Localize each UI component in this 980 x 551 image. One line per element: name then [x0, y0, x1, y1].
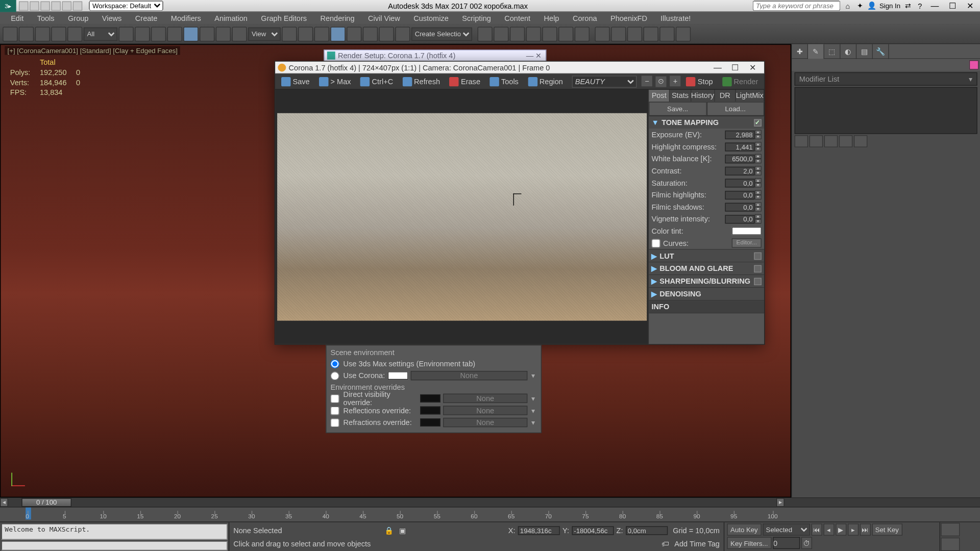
env-override-map-button[interactable]: None	[443, 394, 527, 403]
env-override-swatch[interactable]	[420, 407, 440, 415]
spinner-down-icon[interactable]: ▾	[755, 171, 762, 176]
spinner-down-icon[interactable]: ▾	[755, 219, 762, 223]
spinner-up-icon[interactable]: ▴	[755, 142, 762, 146]
qat-open-icon[interactable]	[30, 1, 39, 10]
tone-param-input[interactable]	[725, 166, 755, 175]
menu-grapheditors[interactable]: Graph Editors	[254, 13, 313, 23]
vfb-tab-stats[interactable]: Stats	[670, 90, 691, 102]
z-input[interactable]	[626, 526, 668, 535]
menu-civilview[interactable]: Civil View	[361, 13, 407, 23]
motion-tab-icon[interactable]: ◐	[840, 44, 856, 59]
use-corona-radio[interactable]	[330, 371, 339, 380]
tone-mapping-header[interactable]: ▼TONE MAPPING✓	[649, 116, 764, 129]
env-override-map-button[interactable]: None	[443, 406, 527, 415]
spinner-up-icon[interactable]: ▴	[755, 190, 762, 195]
zoom-reset-icon[interactable]: ⊙	[656, 76, 667, 87]
menu-tools[interactable]: Tools	[30, 13, 61, 23]
slider-left-cap[interactable]: ◂	[0, 498, 8, 507]
material-editor-icon[interactable]	[575, 27, 590, 41]
vfb-save-button[interactable]: Save	[277, 74, 314, 88]
spinner-snap-icon[interactable]	[379, 27, 394, 41]
spinner-up-icon[interactable]: ▴	[755, 202, 762, 207]
object-color-swatch[interactable]	[969, 60, 978, 69]
align-icon[interactable]	[494, 27, 508, 41]
vfb-tools-button[interactable]: Tools	[485, 74, 523, 88]
vfb-erase-button[interactable]: Erase	[445, 74, 485, 88]
zoom-out-icon[interactable]: −	[642, 76, 652, 87]
dropdown-icon[interactable]: ▾	[530, 406, 537, 415]
next-frame-icon[interactable]: ▸	[847, 523, 858, 536]
menu-phoenixfd[interactable]: PhoenixFD	[604, 13, 654, 23]
render-setup-close-icon[interactable]: ✕	[533, 51, 543, 60]
tone-param-input[interactable]	[725, 190, 755, 199]
dropdown-icon[interactable]: ▾	[530, 371, 537, 380]
viewport-label[interactable]: [+] [CoronaCamera001] [Standard] [Clay +…	[5, 46, 180, 55]
curve-editor-icon[interactable]	[542, 27, 557, 41]
signin-label[interactable]: Sign In	[879, 2, 900, 9]
tone-enable-checkbox[interactable]: ✓	[754, 119, 762, 126]
x-input[interactable]	[518, 526, 560, 535]
menu-customize[interactable]: Customize	[407, 13, 455, 23]
help-search-input[interactable]	[752, 1, 840, 11]
curves-editor-button[interactable]: Editor...	[732, 238, 762, 247]
vfb-stop-button[interactable]: Stop	[681, 74, 718, 88]
modifier-stack[interactable]	[795, 87, 977, 134]
vfb-tab-lightmix[interactable]: LightMix	[736, 90, 764, 102]
named-selection-sets[interactable]: Create Selection Se	[411, 27, 472, 40]
rotate-icon[interactable]	[200, 27, 214, 41]
render-iterative-icon[interactable]	[644, 27, 658, 41]
vfb-channel-select[interactable]: BEAUTY	[572, 76, 637, 88]
selection-filter[interactable]: All	[84, 27, 117, 40]
env-override-swatch[interactable]	[420, 418, 440, 427]
dropdown-icon[interactable]: ▾	[530, 394, 537, 403]
slider-right-cap[interactable]: ▸	[776, 498, 785, 507]
lut-enable-checkbox[interactable]	[754, 252, 762, 259]
menu-edit[interactable]: Edit	[4, 13, 30, 23]
isolate-icon[interactable]: ▣	[399, 526, 406, 535]
spinner-up-icon[interactable]: ▴	[755, 214, 762, 219]
vfb-render-view[interactable]	[275, 90, 648, 344]
current-frame-input[interactable]	[773, 537, 800, 549]
display-tab-icon[interactable]: ▤	[856, 44, 873, 59]
star-icon[interactable]: ✦	[855, 1, 864, 10]
hierarchy-tab-icon[interactable]: ⬚	[824, 44, 841, 59]
menu-content[interactable]: Content	[498, 13, 537, 23]
zoom-in-icon[interactable]: +	[670, 76, 681, 87]
lock-icon[interactable]: 🔒	[384, 526, 394, 535]
spinner-up-icon[interactable]: ▴	[755, 154, 762, 159]
vfb-close-button[interactable]: ✕	[744, 63, 762, 72]
close-button[interactable]: ✕	[963, 1, 977, 10]
rect-select-icon[interactable]	[151, 27, 166, 41]
select-name-icon[interactable]	[135, 27, 150, 41]
lut-header[interactable]: ▶LUT	[649, 249, 764, 262]
vfb-region-button[interactable]: Region	[523, 74, 568, 88]
a360-icon[interactable]	[659, 27, 674, 41]
show-end-result-icon[interactable]	[810, 135, 823, 147]
spinner-down-icon[interactable]: ▾	[755, 159, 762, 163]
workspace-switcher[interactable]: Workspace: Default	[89, 1, 163, 11]
render-setup-min-icon[interactable]: —	[526, 52, 534, 60]
tone-param-input[interactable]	[725, 154, 755, 163]
percent-snap-icon[interactable]	[363, 27, 378, 41]
manipulate-icon[interactable]	[298, 27, 313, 41]
menu-modifiers[interactable]: Modifiers	[164, 13, 208, 23]
time-tag-icon[interactable]: 🏷	[662, 540, 669, 548]
spinner-up-icon[interactable]: ▴	[755, 166, 762, 170]
bloom-enable-checkbox[interactable]	[754, 265, 762, 272]
vfb-to-max-button[interactable]: > Max	[314, 74, 356, 88]
angle-snap-icon[interactable]	[347, 27, 361, 41]
spinner-down-icon[interactable]: ▾	[755, 183, 762, 187]
infocenter-icon[interactable]: ⌂	[843, 1, 852, 10]
link-icon[interactable]	[35, 27, 50, 41]
dropdown-icon[interactable]: ▾	[530, 418, 537, 427]
qat-new-icon[interactable]	[19, 1, 28, 10]
pin-stack-icon[interactable]	[795, 135, 808, 147]
env-override-checkbox[interactable]	[330, 406, 339, 415]
create-tab-icon[interactable]: ✚	[792, 44, 808, 59]
ribbon-icon[interactable]	[526, 27, 541, 41]
sharpen-enable-checkbox[interactable]	[754, 278, 762, 285]
time-config-icon[interactable]: ⏱	[801, 537, 812, 549]
tone-param-input[interactable]	[725, 179, 755, 187]
redo-icon[interactable]	[19, 27, 34, 41]
tone-param-input[interactable]	[725, 215, 755, 223]
